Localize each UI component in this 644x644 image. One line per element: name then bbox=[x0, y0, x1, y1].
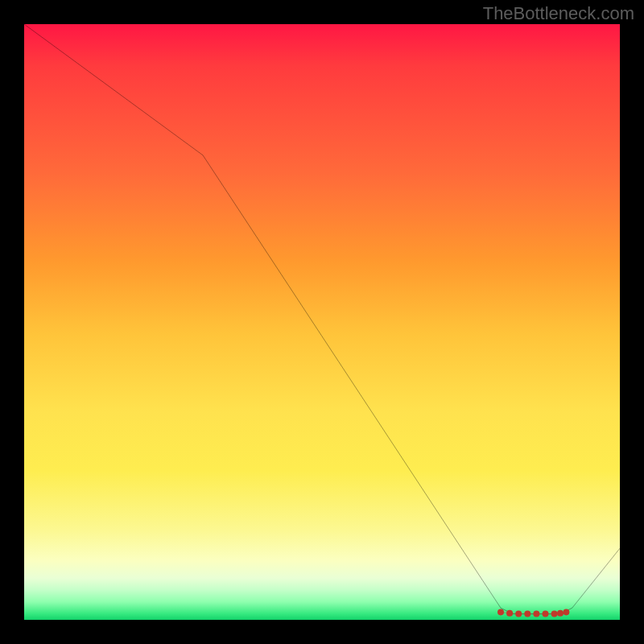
minimum-marker bbox=[506, 610, 513, 617]
chart-overlay bbox=[24, 24, 620, 620]
watermark-text: TheBottleneck.com bbox=[483, 3, 634, 24]
chart-line-layer bbox=[24, 24, 620, 614]
minimum-marker bbox=[497, 609, 504, 615]
minimum-marker bbox=[533, 611, 539, 617]
chart-container: TheBottleneck.com bbox=[0, 0, 644, 644]
minimum-marker bbox=[551, 611, 558, 617]
minimum-band-markers bbox=[497, 609, 569, 617]
minimum-marker bbox=[515, 611, 522, 617]
minimum-marker bbox=[557, 610, 564, 617]
minimum-marker bbox=[542, 611, 548, 617]
minimum-marker bbox=[524, 611, 530, 617]
minimum-marker bbox=[563, 609, 569, 615]
bottleneck-curve-path bbox=[24, 24, 620, 614]
